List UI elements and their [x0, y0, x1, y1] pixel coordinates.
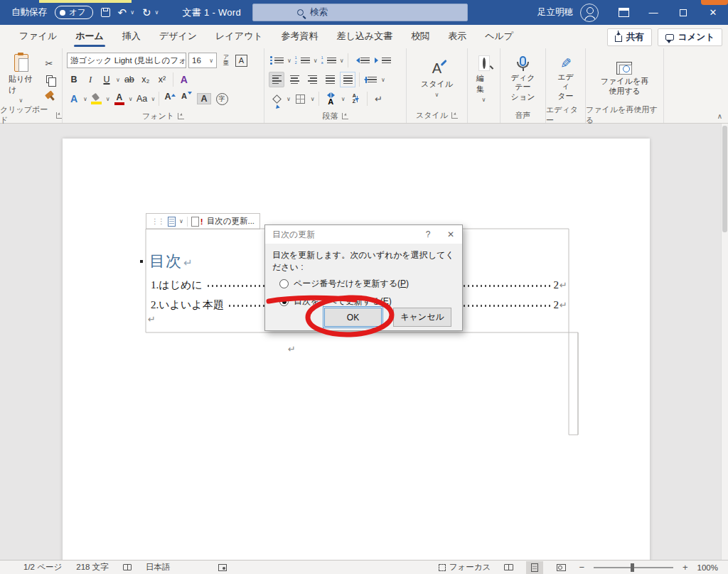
paragraph-dialog-launcher[interactable]: [342, 113, 348, 119]
word-count[interactable]: 218 文字: [76, 562, 108, 573]
styles-button[interactable]: A スタイル ∨: [417, 59, 457, 99]
tab-help[interactable]: ヘルプ: [476, 25, 523, 48]
shrink-font-button[interactable]: A: [179, 92, 193, 107]
underline-chevron-icon[interactable]: ∨: [116, 77, 120, 83]
dialog-close-button[interactable]: ✕: [439, 225, 462, 244]
align-center-button[interactable]: [287, 72, 302, 87]
text-effects-button[interactable]: A: [67, 92, 81, 107]
undo-icon[interactable]: ↶: [118, 7, 127, 18]
character-scaling-button[interactable]: A: [323, 91, 339, 107]
superscript-button[interactable]: x²: [155, 72, 169, 87]
editor-button[interactable]: ✎ エディター: [550, 55, 581, 102]
radio-option-pages-only[interactable]: ページ番号だけを更新する(P): [279, 275, 462, 293]
maximize-button[interactable]: [668, 0, 698, 25]
language-indicator[interactable]: 日本語: [146, 562, 171, 573]
multilevel-list-button[interactable]: 1a: [320, 53, 338, 68]
sort-button[interactable]: AZ: [348, 91, 363, 107]
update-toc-button[interactable]: 目次の更新...: [207, 216, 255, 227]
highlight-button[interactable]: [90, 92, 104, 107]
editing-button[interactable]: 編集 ∨: [472, 54, 496, 104]
focus-mode-button[interactable]: フォーカス: [439, 562, 491, 573]
ok-button[interactable]: OK: [324, 308, 382, 327]
tab-view[interactable]: 表示: [439, 25, 476, 48]
italic-button[interactable]: I: [83, 72, 97, 87]
shading-button[interactable]: [269, 91, 284, 107]
align-right-button[interactable]: [304, 72, 320, 87]
font-size-select[interactable]: 16 ∨: [188, 53, 217, 68]
read-mode-button[interactable]: [500, 561, 517, 574]
borders-button[interactable]: [293, 91, 309, 107]
ribbon-display-options-button[interactable]: [609, 0, 638, 25]
clipboard-dialog-launcher[interactable]: [56, 112, 62, 119]
tab-insert[interactable]: 挿入: [113, 25, 150, 48]
increase-indent-button[interactable]: [373, 53, 392, 68]
subscript-button[interactable]: x₂: [139, 72, 153, 87]
document-canvas[interactable]: ⋮⋮ ∨ ! 目次の更新... 目次↵ 1.はじめに 2 ↵ 2.いよいよ本題 …: [0, 124, 728, 560]
print-layout-button[interactable]: [526, 561, 543, 574]
numbering-button[interactable]: 12: [294, 53, 311, 68]
character-shading-button[interactable]: A: [196, 92, 212, 107]
document-page[interactable]: [63, 139, 650, 560]
scrollbar-thumb[interactable]: [722, 126, 727, 232]
dialog-title-bar[interactable]: 目次の更新 ? ✕: [265, 225, 462, 244]
tab-references[interactable]: 参考資料: [272, 25, 328, 48]
search-input[interactable]: 検索: [252, 4, 468, 21]
tab-file[interactable]: ファイル: [10, 25, 66, 48]
dialog-help-button[interactable]: ?: [417, 225, 439, 244]
tab-review[interactable]: 校閲: [402, 25, 439, 48]
line-spacing-chevron-icon[interactable]: ∨: [381, 77, 385, 83]
justify-button[interactable]: [322, 72, 338, 87]
zoom-slider-thumb[interactable]: [631, 563, 634, 572]
font-name-select[interactable]: 游ゴシック Light (見出しのフォン ∨: [67, 53, 186, 68]
change-case-chevron-icon[interactable]: ∨: [151, 96, 156, 102]
zoom-level[interactable]: 100%: [697, 563, 718, 572]
minimize-button[interactable]: —: [638, 0, 668, 25]
multilevel-chevron-icon[interactable]: ∨: [340, 58, 344, 64]
change-case-button[interactable]: Aa: [135, 92, 149, 107]
format-painter-button[interactable]: [42, 89, 56, 101]
copy-button[interactable]: [42, 73, 56, 85]
tab-home[interactable]: ホーム: [66, 25, 113, 48]
clear-formatting-button[interactable]: A: [177, 72, 191, 87]
tab-layout[interactable]: レイアウト: [206, 25, 272, 48]
phonetic-guide-button[interactable]: ア 亜: [219, 53, 233, 68]
numbering-chevron-icon[interactable]: ∨: [314, 58, 318, 64]
drag-handle-icon[interactable]: ⋮⋮: [151, 217, 164, 225]
zoom-in-button[interactable]: +: [682, 562, 688, 573]
qat-more-icon[interactable]: ∨: [155, 9, 159, 16]
grow-font-button[interactable]: A: [163, 92, 177, 107]
dictation-button[interactable]: ディクテーション: [505, 55, 541, 103]
autosave-toggle[interactable]: オフ: [55, 6, 93, 19]
tab-design[interactable]: デザイン: [150, 25, 206, 48]
save-icon[interactable]: [101, 8, 110, 17]
user-name[interactable]: 足立明穂: [537, 6, 573, 18]
share-button[interactable]: 共有: [607, 28, 652, 46]
radio-icon-unselected[interactable]: [279, 279, 289, 288]
tab-mailings[interactable]: 差し込み文書: [328, 25, 402, 48]
distribute-button[interactable]: [340, 72, 355, 87]
character-scaling-chevron-icon[interactable]: ∨: [341, 96, 346, 102]
line-spacing-button[interactable]: [363, 72, 379, 87]
bold-button[interactable]: B: [67, 72, 81, 87]
show-marks-button[interactable]: ↵: [371, 91, 387, 107]
web-layout-button[interactable]: [552, 561, 569, 574]
character-border-button[interactable]: A: [235, 55, 247, 67]
user-avatar[interactable]: [580, 4, 599, 22]
enclose-characters-button[interactable]: 字: [215, 92, 230, 107]
underline-button[interactable]: U: [100, 72, 114, 87]
comments-button[interactable]: コメント: [658, 28, 722, 46]
vertical-scrollbar[interactable]: [721, 124, 728, 560]
align-left-button[interactable]: [269, 72, 284, 87]
cancel-button[interactable]: キャンセル: [393, 308, 451, 327]
font-color-chevron-icon[interactable]: ∨: [129, 96, 133, 102]
collapse-ribbon-button[interactable]: ∧: [717, 112, 722, 120]
font-color-button[interactable]: A: [112, 92, 127, 107]
zoom-out-button[interactable]: −: [579, 562, 584, 573]
redo-icon[interactable]: ↻: [142, 7, 151, 18]
text-effects-chevron-icon[interactable]: ∨: [83, 96, 87, 102]
styles-dialog-launcher[interactable]: [451, 112, 458, 119]
undo-chevron-icon[interactable]: ∨: [130, 9, 134, 16]
macro-record-icon[interactable]: [218, 564, 227, 571]
radio-icon-selected[interactable]: [279, 297, 289, 306]
proofing-icon[interactable]: [123, 564, 132, 570]
